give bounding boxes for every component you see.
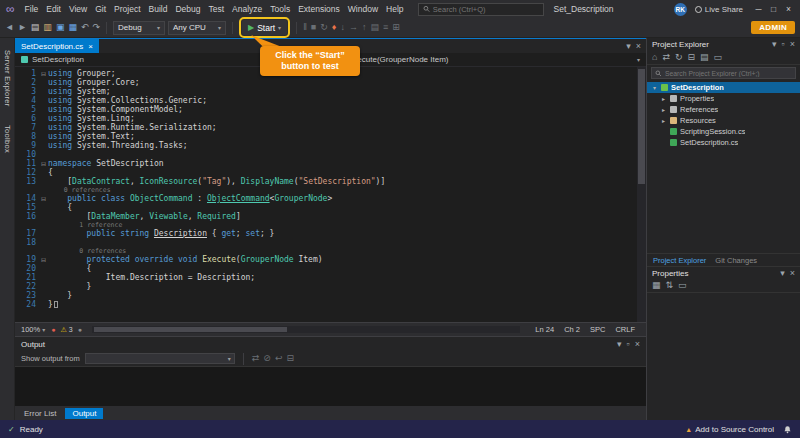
sidebar-tab-server-explorer[interactable]: Server Explorer <box>3 50 12 107</box>
maximize-button[interactable]: □ <box>766 4 781 14</box>
properties-window-icon[interactable]: ▭ <box>714 53 723 62</box>
panel-dropdown-icon[interactable]: ▾ <box>772 40 777 49</box>
restart-icon[interactable]: ↻ <box>320 23 328 32</box>
menu-debug[interactable]: Debug <box>171 3 204 15</box>
messages-indicator[interactable]: ● <box>78 326 82 333</box>
active-files-icon[interactable]: ▾ <box>626 42 631 51</box>
redo-icon[interactable]: ↷ <box>92 23 100 32</box>
toggle-autoscroll-icon[interactable]: ⊟ <box>286 354 294 363</box>
close-panel-icon[interactable]: × <box>635 340 640 349</box>
menu-test[interactable]: Test <box>205 3 229 15</box>
tree-item-setdescription[interactable]: ▾SetDescription <box>647 82 800 93</box>
vertical-scrollbar[interactable] <box>637 67 646 322</box>
home-icon[interactable]: ⌂ <box>652 53 657 62</box>
minimize-button[interactable]: ─ <box>751 4 766 14</box>
menu-git[interactable]: Git <box>91 3 110 15</box>
tab-git-changes[interactable]: Git Changes <box>715 256 757 265</box>
open-folder-icon[interactable]: ▥ <box>43 23 52 32</box>
sync-with-active-document-icon[interactable]: ⇄ <box>662 53 670 62</box>
close-document-icon[interactable]: × <box>636 42 641 51</box>
fold-icon[interactable]: ⊟ <box>39 255 48 264</box>
tab-setdescription-cs[interactable]: SetDescription.cs × <box>15 39 99 53</box>
debug-config-dropdown[interactable]: Debug ▾ <box>113 21 165 35</box>
save-all-icon[interactable]: ▦ <box>68 23 77 32</box>
codelens-label[interactable]: 1 reference <box>48 221 122 229</box>
categorized-icon[interactable]: ▦ <box>652 281 661 290</box>
project-explorer-search[interactable] <box>651 67 796 79</box>
panel-dropdown-icon[interactable]: ▾ <box>617 340 622 349</box>
add-to-source-control-button[interactable]: ▲ Add to Source Control <box>685 425 774 434</box>
tab-output[interactable]: Output <box>65 408 103 419</box>
close-button[interactable]: × <box>781 4 796 14</box>
tree-item-setdescription-cs[interactable]: SetDescription.cs <box>647 137 800 148</box>
tree-item-resources[interactable]: ▸Resources <box>647 115 800 126</box>
errors-indicator[interactable]: ● <box>51 326 55 333</box>
step-over-icon[interactable]: → <box>349 23 358 32</box>
close-panel-icon[interactable]: × <box>790 40 795 49</box>
fold-icon[interactable]: ⊟ <box>39 159 48 168</box>
member-dropdown[interactable]: Execute(GrouperNode Item) ▾ <box>331 53 646 66</box>
sidebar-tab-toolbox[interactable]: Toolbox <box>3 125 12 153</box>
line-menu-icon[interactable]: ≡ <box>383 23 388 32</box>
output-content[interactable] <box>15 367 646 406</box>
stop-icon[interactable]: ■ <box>311 23 316 32</box>
step-out-icon[interactable]: ↑ <box>362 23 367 32</box>
alphabetical-icon[interactable]: ⇅ <box>666 281 674 290</box>
collapse-all-icon[interactable]: ⊟ <box>688 53 696 62</box>
new-file-icon[interactable]: ▤ <box>31 23 40 32</box>
undo-icon[interactable]: ↶ <box>81 23 89 32</box>
tree-item-scriptingsession-cs[interactable]: ScriptingSession.cs <box>647 126 800 137</box>
nav-forward-icon[interactable]: ► <box>18 23 27 32</box>
add-item-icon[interactable]: ⊞ <box>392 23 400 32</box>
hot-reload-icon[interactable]: ♦ <box>332 23 337 32</box>
global-search[interactable] <box>418 3 544 16</box>
find-icon[interactable]: ▤ <box>370 23 379 32</box>
property-pages-icon[interactable]: ▭ <box>678 281 687 290</box>
pin-icon[interactable]: ▫ <box>782 40 785 49</box>
fold-icon[interactable]: ⊟ <box>39 69 48 78</box>
nav-back-icon[interactable]: ◄ <box>5 23 14 32</box>
clear-output-icon[interactable]: ⊘ <box>263 354 271 363</box>
menu-edit[interactable]: Edit <box>42 3 65 15</box>
account-avatar[interactable]: RK <box>674 3 687 16</box>
zoom-dropdown[interactable]: 100% ▾ <box>21 325 45 334</box>
scrollbar-thumb[interactable] <box>94 327 287 332</box>
codelens-label[interactable]: 0 references <box>48 186 111 194</box>
show-all-files-icon[interactable]: ▤ <box>700 53 709 62</box>
tree-item-references[interactable]: ▸References <box>647 104 800 115</box>
start-button[interactable]: ▶ Start ▾ <box>242 20 287 35</box>
code-editor[interactable]: 1⊟using Grouper;2using Grouper.Core;3usi… <box>15 67 646 322</box>
step-into-icon[interactable]: ↓ <box>340 23 345 32</box>
fold-icon[interactable]: ⊟ <box>39 194 48 203</box>
live-share-button[interactable]: Live Share <box>695 5 743 14</box>
warnings-indicator[interactable]: ⚠3 <box>60 326 72 334</box>
scrollbar-thumb[interactable] <box>638 69 645 184</box>
horizontal-scrollbar[interactable] <box>92 326 521 333</box>
close-icon[interactable]: × <box>88 42 93 51</box>
close-panel-icon[interactable]: × <box>790 269 795 278</box>
menu-build[interactable]: Build <box>145 3 172 15</box>
save-icon[interactable]: ▣ <box>56 23 65 32</box>
pin-icon[interactable]: ▫ <box>627 340 630 349</box>
refresh-icon[interactable]: ↻ <box>675 53 683 62</box>
notifications-bell-icon[interactable] <box>783 425 792 434</box>
jump-to-output-icon[interactable]: ⇄ <box>252 354 260 363</box>
search-input[interactable] <box>433 5 539 14</box>
tab-error-list[interactable]: Error List <box>17 408 63 419</box>
menu-help[interactable]: Help <box>382 3 407 15</box>
menu-extensions[interactable]: Extensions <box>294 3 344 15</box>
project-explorer-search-input[interactable] <box>665 70 792 77</box>
menu-tools[interactable]: Tools <box>266 3 294 15</box>
menu-analyze[interactable]: Analyze <box>228 3 266 15</box>
menu-view[interactable]: View <box>65 3 91 15</box>
word-wrap-icon[interactable]: ↩ <box>275 354 283 363</box>
menu-project[interactable]: Project <box>110 3 144 15</box>
codelens-label[interactable]: 0 references <box>48 247 126 255</box>
menu-window[interactable]: Window <box>344 3 382 15</box>
menu-file[interactable]: File <box>21 3 43 15</box>
panel-dropdown-icon[interactable]: ▾ <box>780 269 785 278</box>
output-source-dropdown[interactable]: ▾ <box>85 353 235 364</box>
platform-dropdown[interactable]: Any CPU ▾ <box>168 21 226 35</box>
tab-project-explorer[interactable]: Project Explorer <box>653 256 706 265</box>
pause-icon[interactable]: ‖ <box>303 23 307 32</box>
